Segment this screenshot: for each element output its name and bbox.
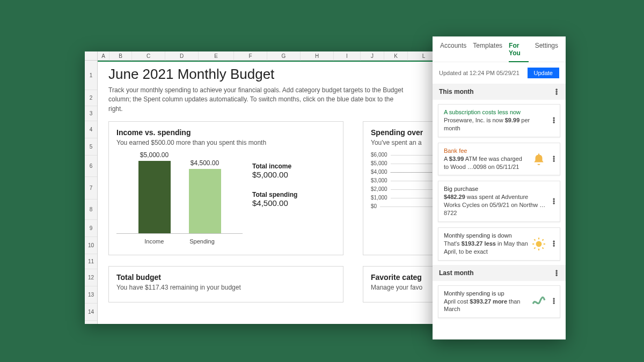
update-button[interactable]: Update <box>528 68 559 78</box>
total-income-val: $5,000.00 <box>252 170 297 179</box>
svg-point-0 <box>536 241 542 247</box>
col-c[interactable]: C <box>132 51 165 61</box>
income-vs-spending-card: Income vs. spending You earned $500.00 m… <box>108 121 343 255</box>
wave-icon <box>532 294 546 308</box>
col-f[interactable]: F <box>234 51 267 61</box>
insight-body: A $3.99 ATM fee was charged to Wood …009… <box>444 155 529 171</box>
row-6[interactable]: 6 <box>85 156 97 177</box>
last-month-cards: Monthly spending is up April cost $393.2… <box>433 281 566 323</box>
row-1[interactable]: 1 <box>85 61 97 90</box>
col-h[interactable]: H <box>301 51 334 61</box>
svg-line-5 <box>534 239 535 240</box>
sun-icon <box>532 237 546 251</box>
more-icon[interactable]: ••• <box>551 198 557 205</box>
row-8[interactable]: 8 <box>85 200 97 220</box>
this-month-cards: A subscription costs less now Proseware,… <box>433 100 566 265</box>
col-e[interactable]: E <box>199 51 234 61</box>
more-icon[interactable]: ••• <box>551 298 557 305</box>
bell-icon <box>532 152 546 166</box>
bar-income: $5,000.00 <box>138 161 171 233</box>
pane-tabs: Accounts Templates For You Settings <box>433 36 566 62</box>
row-11[interactable]: 11 <box>85 254 97 269</box>
bar-income-value: $5,000.00 <box>133 151 176 159</box>
more-icon[interactable]: ••• <box>551 241 557 247</box>
tab-for-you[interactable]: For You <box>509 42 529 62</box>
row-9[interactable]: 9 <box>85 220 97 237</box>
col-k[interactable]: K <box>384 51 408 61</box>
total-income-hdr: Total income <box>252 162 297 170</box>
row-2[interactable]: 2 <box>85 90 97 106</box>
row-14[interactable]: 14 <box>85 304 97 321</box>
col-g[interactable]: G <box>267 51 301 61</box>
section-last-month: Last month ••• <box>433 265 566 281</box>
more-icon[interactable]: ••• <box>551 156 557 162</box>
bar-spending-label: Spending <box>189 238 215 245</box>
row-13[interactable]: 13 <box>85 286 97 304</box>
col-b[interactable]: B <box>109 51 132 61</box>
total-spending-val: $4,500.00 <box>252 198 297 208</box>
insight-headline: Monthly spending is down <box>444 232 529 239</box>
bar-income-label: Income <box>144 238 164 245</box>
ivs-title: Income vs. spending <box>116 128 335 137</box>
spreadsheet-window: A B C D E F G H I J K L 1 2 3 4 5 6 7 8 … <box>85 51 471 324</box>
svg-line-8 <box>543 239 544 240</box>
ivs-sub: You earned $500.00 more than you spent t… <box>116 139 335 146</box>
insight-headline: Bank fee <box>444 147 529 154</box>
row-10[interactable]: 10 <box>85 237 97 254</box>
updated-text: Updated at 12:24 PM 05/29/21 <box>439 70 519 76</box>
insight-body: $482.29 was spent at Adventure Works Cyc… <box>444 193 546 217</box>
insight-subscription[interactable]: A subscription costs less now Proseware,… <box>438 104 560 137</box>
insight-body: That's $193.27 less in May than April, t… <box>444 240 529 256</box>
svg-line-6 <box>543 247 544 248</box>
insight-headline: Monthly spending is up <box>444 290 529 297</box>
insight-spending-down[interactable]: Monthly spending is down That's $193.27 … <box>438 227 560 261</box>
section-this-month: This month ••• <box>433 84 566 100</box>
row-12[interactable]: 12 <box>85 269 97 286</box>
bar-spending: $4,500.00 <box>189 169 221 233</box>
page-subtitle: Track your monthly spending to achieve y… <box>108 86 409 114</box>
more-icon[interactable]: ••• <box>554 88 559 95</box>
row-4[interactable]: 4 <box>85 121 97 138</box>
row-headers: 1 2 3 4 5 6 7 8 9 10 11 12 13 14 <box>85 61 98 324</box>
col-a[interactable]: A <box>98 51 109 61</box>
select-all-cell[interactable] <box>85 51 98 60</box>
insight-headline: Big purchase <box>444 186 546 192</box>
page-title: June 2021 Monthly Budget <box>108 66 471 83</box>
col-j[interactable]: J <box>361 51 384 61</box>
insight-body: Proseware, Inc. is now $9.99 per month <box>444 116 546 132</box>
row-5[interactable]: 5 <box>85 138 97 156</box>
row-3[interactable]: 3 <box>85 106 97 121</box>
bar-spending-value: $4,500.00 <box>184 159 226 167</box>
more-icon[interactable]: ••• <box>554 270 559 276</box>
row-7[interactable]: 7 <box>85 177 97 200</box>
insight-spending-up[interactable]: Monthly spending is up April cost $393.2… <box>438 285 560 319</box>
column-headers: A B C D E F G H I J K L <box>85 51 471 61</box>
totalbudget-title: Total budget <box>116 273 335 282</box>
insight-body: April cost $393.27 more than March <box>444 298 529 314</box>
more-icon[interactable]: ••• <box>551 117 557 124</box>
tab-templates[interactable]: Templates <box>473 42 502 62</box>
ivs-chart: $5,000.00 $4,500.00 Income Spending <box>116 151 243 245</box>
cell-grid[interactable]: June 2021 Monthly Budget Track your mont… <box>98 61 471 324</box>
insight-headline: A subscription costs less now <box>444 109 546 115</box>
col-i[interactable]: I <box>334 51 361 61</box>
tab-settings[interactable]: Settings <box>535 42 558 62</box>
col-d[interactable]: D <box>165 51 199 61</box>
for-you-pane: Accounts Templates For You Settings Upda… <box>433 36 566 339</box>
totalbudget-sub: You have $117.43 remaining in your budge… <box>116 284 335 291</box>
svg-line-7 <box>534 247 535 248</box>
total-spending-hdr: Total spending <box>252 191 297 198</box>
insight-big-purchase[interactable]: Big purchase $482.29 was spent at Advent… <box>438 181 560 222</box>
total-budget-card: Total budget You have $117.43 remaining … <box>108 266 343 302</box>
insight-bank-fee[interactable]: Bank fee A $3.99 ATM fee was charged to … <box>438 143 560 176</box>
tab-accounts[interactable]: Accounts <box>440 42 466 62</box>
